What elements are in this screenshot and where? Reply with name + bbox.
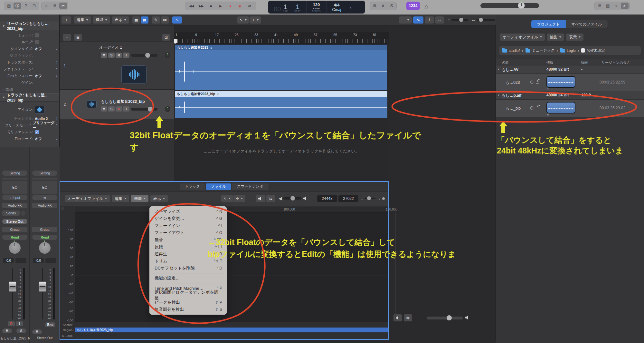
inspector-row[interactable]: アイコン: bbox=[0, 104, 59, 115]
audio-thumbnail[interactable] bbox=[546, 76, 575, 88]
horizontal-zoom-slider[interactable] bbox=[477, 19, 495, 21]
browser-tab-プロジェクト[interactable]: プロジェクト bbox=[531, 20, 566, 28]
automation-icon[interactable]: ✎ bbox=[152, 16, 160, 24]
stepper-icon[interactable]: ▴▾ bbox=[56, 67, 57, 71]
pan-knob[interactable] bbox=[9, 242, 21, 254]
breadcrumb-item[interactable]: Logic bbox=[560, 49, 576, 53]
audio-region-1[interactable]: もしもし追加音2023○ bbox=[175, 44, 387, 90]
mixer-icon[interactable]: ≣ bbox=[51, 3, 59, 9]
volume-value[interactable]: 0.0 bbox=[33, 258, 44, 263]
sends-button[interactable]: Sends bbox=[2, 211, 20, 216]
file-name[interactable]: も…023 bbox=[506, 80, 520, 85]
track-r-button[interactable]: R bbox=[116, 106, 122, 112]
menu-item[interactable]: ノーマライズ^ N bbox=[149, 208, 227, 215]
track-icon-waveform[interactable] bbox=[87, 100, 97, 108]
inspector-row[interactable]: ループ: bbox=[0, 39, 59, 45]
pointer-tool-button[interactable]: ↖ bbox=[221, 195, 233, 202]
audio-fx-button[interactable]: Audio FX bbox=[32, 203, 57, 208]
audio-region-2-selected[interactable]: もしもし追加音2023_bip○ bbox=[175, 91, 387, 118]
capture-record-button[interactable]: ◉ bbox=[236, 3, 244, 9]
file-group-name[interactable]: もし…p.aif bbox=[502, 93, 521, 98]
input-monitor-button[interactable]: I bbox=[16, 321, 23, 326]
quick-help-icon[interactable]: ? bbox=[22, 3, 30, 9]
eq-thumbnail[interactable]: EQ bbox=[32, 181, 57, 194]
mute-button[interactable]: M bbox=[2, 328, 12, 333]
stepper-icon[interactable]: ▴▾ bbox=[56, 117, 57, 120]
inspector-row[interactable]: Q-スウィング: bbox=[0, 52, 59, 59]
inspector-row[interactable]: ゲイン: bbox=[0, 79, 59, 86]
inspector-row[interactable]: フリーズモード:プリフェーダー▴▾ bbox=[0, 122, 59, 129]
menu-item[interactable]: 選択範囲とロケータでテンポを調整 bbox=[149, 292, 227, 299]
volume-fader[interactable]: 03691215182124303540455060 bbox=[32, 268, 57, 319]
mute-button[interactable]: M bbox=[32, 329, 42, 334]
stepper-down[interactable]: ▾ bbox=[56, 139, 57, 141]
channel-name[interactable]: Stereo Out bbox=[30, 336, 60, 340]
column-header[interactable]: リージョンの長さ bbox=[601, 60, 630, 65]
vertical-zoom-slider[interactable] bbox=[451, 19, 468, 21]
editor-playhead[interactable] bbox=[76, 212, 76, 322]
stepper-icon[interactable]: ▴▾ bbox=[56, 137, 57, 141]
file-row[interactable]: も…023◷⚓00:03:25:22.59 bbox=[496, 74, 644, 91]
duplicate-track-button[interactable]: ⊞ bbox=[74, 34, 82, 41]
flex-icon[interactable]: ∿ bbox=[172, 16, 182, 24]
menu-item[interactable]: 無音^ ⌦ bbox=[149, 236, 227, 243]
rewind-button[interactable]: ◀◀ bbox=[188, 3, 195, 9]
browser-menu-編集[interactable]: 編集 bbox=[547, 34, 564, 41]
track-header-1[interactable]: 1 オーディオ 1 MSRI bbox=[60, 42, 174, 90]
tools-icon[interactable]: ✂ bbox=[59, 3, 67, 9]
solo-button[interactable]: S bbox=[16, 328, 26, 333]
selection-start-value[interactable]: 24448 bbox=[317, 195, 337, 202]
channel-name[interactable]: もしもし追...2023_bip bbox=[0, 336, 30, 341]
menu-item[interactable]: トリム^⇧ T bbox=[149, 258, 227, 265]
track-m-button[interactable]: M bbox=[101, 53, 107, 58]
inspector-row[interactable]: ミュート: bbox=[0, 32, 59, 39]
track-icon-waveform[interactable] bbox=[121, 65, 147, 83]
note-pads-icon[interactable]: ▤ bbox=[604, 3, 612, 9]
track-volume-slider[interactable] bbox=[131, 54, 157, 57]
track-volume-slider[interactable] bbox=[131, 108, 157, 111]
inspector-row[interactable]: Flexモード:オフ▴▾ bbox=[0, 135, 59, 142]
list-view-icon[interactable]: ▤ bbox=[141, 16, 148, 24]
menu-button-編集[interactable]: 編集 bbox=[74, 16, 91, 24]
automation-mode-button[interactable]: Read bbox=[2, 235, 27, 240]
audio-fx-button[interactable]: Audio FX bbox=[2, 203, 27, 208]
editor-menu-button-オーディオファイル[interactable]: オーディオファイル bbox=[65, 195, 110, 202]
master-volume-knob[interactable] bbox=[518, 2, 525, 9]
selection-end-value[interactable]: 27022 bbox=[338, 195, 358, 202]
horizontal-auto-zoom-icon[interactable]: ↔ bbox=[435, 16, 444, 24]
send-knob[interactable] bbox=[21, 211, 25, 216]
menu-button-機能[interactable]: 機能 bbox=[93, 16, 110, 24]
stepper-icon[interactable]: ▴▾ bbox=[56, 74, 57, 78]
stop-button[interactable]: ■ bbox=[207, 3, 215, 9]
master-volume-slider[interactable] bbox=[480, 3, 539, 8]
horizontal-zoom-knob[interactable] bbox=[382, 197, 385, 200]
fader-handle[interactable] bbox=[39, 281, 46, 292]
stereo-format-button[interactable]: ⊚ bbox=[32, 195, 57, 200]
cycle-button[interactable]: ⇄ bbox=[246, 3, 253, 9]
stepper-down[interactable]: ▾ bbox=[56, 125, 57, 127]
editor-menu-button-編集[interactable]: 編集 bbox=[112, 195, 129, 202]
file-group-name[interactable]: もし…AV bbox=[502, 67, 518, 73]
no-input-icon[interactable]: ⊠ bbox=[371, 3, 379, 9]
editor-menu-button-機能[interactable]: 機能 bbox=[131, 195, 148, 202]
inspector-row[interactable]: トランスポーズ:▴▾ bbox=[0, 59, 59, 66]
menu-item[interactable]: 逆再生^⇧ R bbox=[149, 250, 227, 258]
volume-fader[interactable]: 03691215182124303540455060 bbox=[2, 268, 27, 319]
stepper-down[interactable]: ▾ bbox=[56, 76, 57, 78]
cycle-button[interactable]: ⇆ bbox=[266, 195, 275, 202]
setting-button[interactable]: Setting bbox=[2, 171, 27, 176]
track-header-config-icon[interactable]: ⊡ bbox=[162, 34, 170, 41]
menu-item[interactable]: DCオフセットを削除^ D bbox=[149, 265, 227, 272]
disclosure-icon[interactable]: ∨ bbox=[497, 93, 500, 96]
stepper-icon[interactable]: ▴▾ bbox=[56, 47, 57, 51]
record-button[interactable]: ● bbox=[226, 3, 234, 9]
record-enable-button[interactable]: R bbox=[8, 321, 15, 326]
automation-mode-button[interactable]: Read bbox=[32, 235, 57, 240]
checkbox[interactable] bbox=[35, 33, 39, 37]
stepper-down[interactable]: ▾ bbox=[56, 69, 57, 71]
menu-item[interactable]: 機能の設定… bbox=[149, 275, 227, 282]
more-options-button[interactable]: ⋯ bbox=[399, 16, 412, 24]
checkbox[interactable] bbox=[35, 40, 39, 44]
track-pan-knob[interactable] bbox=[165, 53, 170, 58]
eq-thumbnail[interactable]: EQ bbox=[2, 181, 27, 194]
